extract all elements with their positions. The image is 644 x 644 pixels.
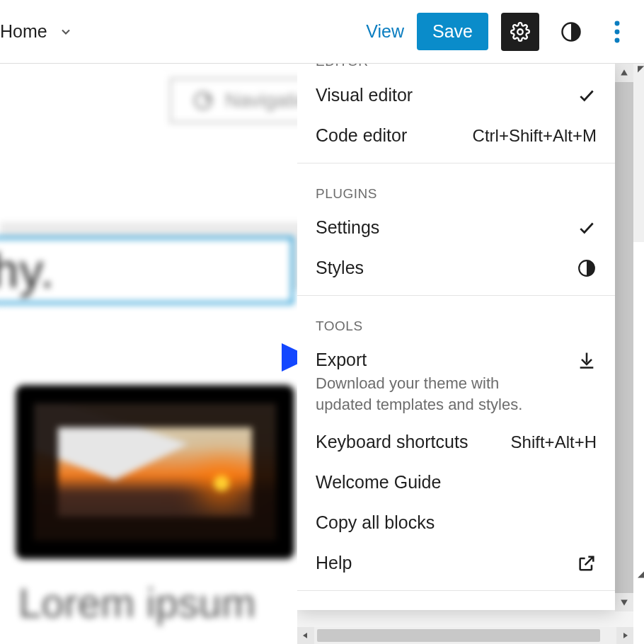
panel-scroll-thumb[interactable] (615, 82, 633, 606)
svg-marker-11 (623, 633, 628, 638)
half-circle-icon (577, 258, 597, 278)
hscroll-left-button[interactable] (297, 627, 314, 644)
hscroll-track[interactable] (314, 627, 616, 644)
home-breadcrumb[interactable]: Home (0, 21, 74, 42)
view-button[interactable]: View (366, 21, 404, 42)
vertical-dots-icon (614, 21, 620, 43)
check-icon (577, 218, 597, 238)
hscroll-thumb[interactable] (317, 629, 600, 642)
download-icon (577, 350, 597, 370)
menu-separator (297, 163, 615, 163)
menu-item-label: Code editor (316, 125, 473, 146)
sidebar-resize-bottom-icon: ◢ (634, 566, 644, 579)
panel-hscroll (297, 627, 633, 644)
menu-item-label: Styles (316, 258, 577, 278)
menu-item-label: Keyboard shortcuts (316, 432, 511, 452)
svg-marker-7 (621, 69, 628, 75)
menu-separator (297, 295, 615, 296)
chevron-down-icon (57, 23, 74, 40)
image-block[interactable] (16, 385, 294, 559)
menu-item-label: Help (316, 553, 577, 573)
panel-scroll-up[interactable] (615, 64, 633, 82)
menu-item-settings[interactable]: Settings (297, 207, 615, 248)
options-menu: Editor Visual editor Code editor Ctrl+Sh… (297, 64, 615, 610)
options-menu-button[interactable] (603, 13, 631, 51)
panel-scroll-down[interactable] (615, 593, 633, 611)
menu-item-copy-all-blocks[interactable]: Copy all blocks (297, 502, 615, 543)
heading-text: hilosophy. (0, 243, 54, 298)
right-sidebar-sliver: ◤ ◢ (633, 64, 644, 602)
sidebar-resize-top-icon: ◤ (634, 64, 644, 76)
home-label: Home (0, 21, 47, 42)
menu-item-code-editor[interactable]: Code editor Ctrl+Shift+Alt+M (297, 115, 615, 156)
external-link-icon (577, 553, 597, 573)
menu-item-label: Copy all blocks (316, 512, 597, 533)
svg-point-0 (517, 29, 522, 34)
menu-item-export[interactable]: Export (297, 340, 615, 373)
svg-marker-8 (621, 599, 628, 605)
save-button[interactable]: Save (417, 13, 488, 50)
menu-item-preferences[interactable]: Preferences (297, 598, 615, 610)
menu-item-help[interactable]: Help (297, 543, 615, 583)
menu-item-welcome-guide[interactable]: Welcome Guide (297, 462, 615, 502)
menu-item-label: Preferences (316, 608, 597, 610)
svg-marker-10 (303, 633, 307, 638)
menu-group-plugins: Plugins (297, 171, 615, 207)
menu-item-keyboard-shortcuts[interactable]: Keyboard shortcuts Shift+Alt+H (297, 422, 615, 462)
editor-topbar: Home View Save (0, 0, 644, 64)
check-icon (577, 86, 597, 105)
selected-heading-block[interactable]: hilosophy. (0, 236, 294, 304)
menu-item-label: Welcome Guide (316, 472, 597, 493)
svg-point-4 (615, 38, 620, 42)
menu-item-shortcut: Ctrl+Shift+Alt+M (473, 126, 597, 146)
menu-item-export-description: Download your theme with updated templat… (297, 373, 552, 422)
menu-group-editor: Editor (297, 64, 615, 75)
styles-toggle-button[interactable] (552, 13, 590, 51)
menu-separator (297, 590, 615, 591)
menu-item-label: Visual editor (316, 85, 577, 105)
menu-item-visual-editor[interactable]: Visual editor (297, 75, 615, 115)
hscroll-right-button[interactable] (616, 627, 633, 644)
menu-item-shortcut: Shift+Alt+H (511, 432, 597, 452)
options-menu-viewport: Editor Visual editor Code editor Ctrl+Sh… (297, 64, 633, 628)
compass-icon (194, 91, 212, 110)
menu-item-label: Export (316, 350, 577, 370)
svg-point-2 (615, 21, 620, 25)
gear-icon (510, 22, 530, 42)
menu-item-styles[interactable]: Styles (297, 248, 615, 288)
svg-point-3 (615, 29, 620, 34)
menu-item-label: Settings (316, 217, 577, 238)
half-circle-icon (560, 21, 582, 42)
menu-group-tools: Tools (297, 303, 615, 340)
settings-toggle-button[interactable] (501, 13, 539, 51)
paragraph-block[interactable]: Lorem ipsum (18, 579, 255, 626)
